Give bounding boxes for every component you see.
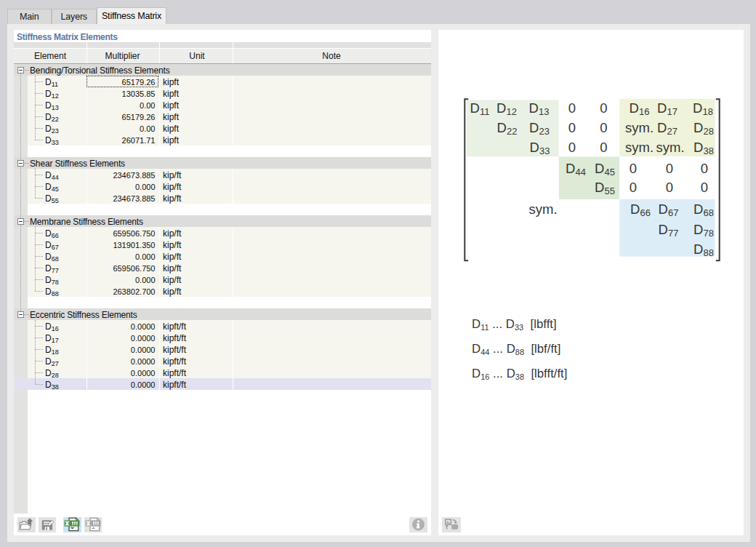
svg-text:0: 0 <box>568 140 576 155</box>
svg-text:0: 0 <box>630 180 637 195</box>
svg-text:0: 0 <box>600 140 607 155</box>
svg-text:0: 0 <box>666 180 673 195</box>
svg-text:0: 0 <box>568 100 576 116</box>
svg-text:sym.: sym. <box>625 140 654 155</box>
svg-text:D44​ ... D88​ [lbf/ft]: D44​ ... D88​ [lbf/ft] <box>472 342 560 356</box>
svg-text:0: 0 <box>600 120 607 135</box>
svg-text:0: 0 <box>600 100 607 116</box>
svg-text:D16​ ... D38​ [lbfft/ft]: D16​ ... D38​ [lbfft/ft] <box>472 367 567 381</box>
svg-text:0: 0 <box>701 161 708 176</box>
svg-text:sym.: sym. <box>625 120 654 135</box>
svg-text:0: 0 <box>630 161 637 176</box>
svg-text:D11​ ... D33​ [lbfft]: D11​ ... D33​ [lbfft] <box>472 317 557 332</box>
svg-text:sym.: sym. <box>656 140 684 155</box>
svg-text:0: 0 <box>568 120 576 135</box>
svg-text:0: 0 <box>701 180 708 195</box>
svg-text:sym.: sym. <box>528 201 557 217</box>
svg-text:0: 0 <box>666 161 673 176</box>
